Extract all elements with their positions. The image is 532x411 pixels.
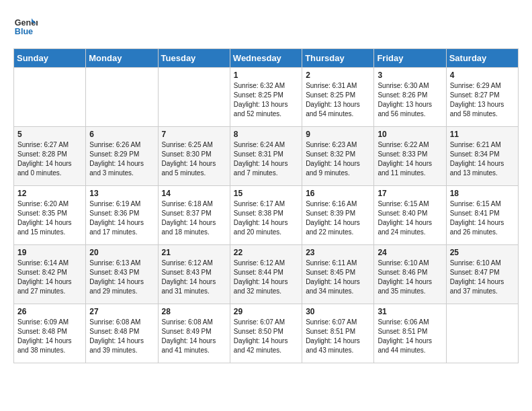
calendar-cell: 25Sunrise: 6:10 AM Sunset: 8:47 PM Dayli… (446, 245, 518, 304)
calendar-cell: 31Sunrise: 6:06 AM Sunset: 8:51 PM Dayli… (374, 304, 446, 363)
calendar-cell: 1Sunrise: 6:32 AM Sunset: 8:25 PM Daylig… (230, 68, 302, 127)
day-number: 30 (306, 307, 370, 316)
day-info: Sunrise: 6:31 AM Sunset: 8:25 PM Dayligh… (306, 81, 370, 119)
calendar-cell: 17Sunrise: 6:15 AM Sunset: 8:40 PM Dayli… (374, 186, 446, 245)
day-info: Sunrise: 6:15 AM Sunset: 8:40 PM Dayligh… (378, 199, 442, 237)
day-number: 16 (306, 189, 370, 198)
calendar-cell: 30Sunrise: 6:07 AM Sunset: 8:51 PM Dayli… (302, 304, 374, 363)
day-number: 20 (89, 248, 154, 257)
day-number: 2 (306, 71, 370, 80)
day-number: 28 (162, 307, 226, 316)
calendar-cell: 5Sunrise: 6:27 AM Sunset: 8:28 PM Daylig… (14, 127, 86, 186)
day-number: 8 (234, 130, 298, 139)
day-info: Sunrise: 6:23 AM Sunset: 8:32 PM Dayligh… (306, 140, 370, 178)
calendar-cell: 18Sunrise: 6:15 AM Sunset: 8:41 PM Dayli… (446, 186, 518, 245)
day-info: Sunrise: 6:07 AM Sunset: 8:51 PM Dayligh… (306, 318, 370, 355)
calendar-cell: 13Sunrise: 6:19 AM Sunset: 8:36 PM Dayli… (86, 186, 158, 245)
day-number: 24 (378, 248, 442, 257)
day-info: Sunrise: 6:32 AM Sunset: 8:25 PM Dayligh… (234, 81, 298, 119)
col-header-saturday: Saturday (446, 49, 518, 68)
day-number: 22 (234, 248, 298, 257)
calendar-cell (446, 304, 518, 363)
day-info: Sunrise: 6:14 AM Sunset: 8:42 PM Dayligh… (17, 259, 82, 296)
day-info: Sunrise: 6:12 AM Sunset: 8:43 PM Dayligh… (162, 259, 226, 296)
day-number: 10 (378, 130, 442, 139)
day-number: 14 (162, 189, 226, 198)
calendar-cell: 15Sunrise: 6:17 AM Sunset: 8:38 PM Dayli… (230, 186, 302, 245)
calendar-week-row: 5Sunrise: 6:27 AM Sunset: 8:28 PM Daylig… (14, 127, 519, 186)
day-info: Sunrise: 6:15 AM Sunset: 8:41 PM Dayligh… (450, 199, 515, 237)
day-number: 5 (17, 130, 82, 139)
day-number: 6 (89, 130, 154, 139)
day-info: Sunrise: 6:30 AM Sunset: 8:26 PM Dayligh… (378, 81, 442, 119)
calendar-header-row: SundayMondayTuesdayWednesdayThursdayFrid… (14, 49, 519, 68)
calendar-cell (14, 68, 86, 127)
calendar-week-row: 12Sunrise: 6:20 AM Sunset: 8:35 PM Dayli… (14, 186, 519, 245)
day-info: Sunrise: 6:16 AM Sunset: 8:39 PM Dayligh… (306, 199, 370, 237)
logo: General Blue (13, 13, 38, 38)
day-info: Sunrise: 6:08 AM Sunset: 8:48 PM Dayligh… (89, 318, 154, 355)
day-info: Sunrise: 6:08 AM Sunset: 8:49 PM Dayligh… (162, 318, 226, 355)
day-number: 15 (234, 189, 298, 198)
day-number: 29 (234, 307, 298, 316)
calendar-cell: 3Sunrise: 6:30 AM Sunset: 8:26 PM Daylig… (374, 68, 446, 127)
day-number: 21 (162, 248, 226, 257)
day-number: 23 (306, 248, 370, 257)
calendar-cell: 19Sunrise: 6:14 AM Sunset: 8:42 PM Dayli… (14, 245, 86, 304)
day-info: Sunrise: 6:13 AM Sunset: 8:43 PM Dayligh… (89, 259, 154, 296)
svg-text:Blue: Blue (15, 27, 33, 36)
day-number: 3 (378, 71, 442, 80)
day-info: Sunrise: 6:25 AM Sunset: 8:30 PM Dayligh… (162, 140, 226, 178)
day-info: Sunrise: 6:24 AM Sunset: 8:31 PM Dayligh… (234, 140, 298, 178)
day-number: 4 (450, 71, 515, 80)
day-info: Sunrise: 6:27 AM Sunset: 8:28 PM Dayligh… (17, 140, 82, 178)
day-info: Sunrise: 6:09 AM Sunset: 8:48 PM Dayligh… (17, 318, 82, 355)
page-header: General Blue (13, 13, 519, 38)
day-number: 11 (450, 130, 515, 139)
day-number: 1 (234, 71, 298, 80)
calendar-cell: 14Sunrise: 6:18 AM Sunset: 8:37 PM Dayli… (158, 186, 230, 245)
calendar-cell: 10Sunrise: 6:22 AM Sunset: 8:33 PM Dayli… (374, 127, 446, 186)
col-header-monday: Monday (86, 49, 158, 68)
day-number: 9 (306, 130, 370, 139)
calendar-cell: 9Sunrise: 6:23 AM Sunset: 8:32 PM Daylig… (302, 127, 374, 186)
calendar-cell: 2Sunrise: 6:31 AM Sunset: 8:25 PM Daylig… (302, 68, 374, 127)
col-header-sunday: Sunday (14, 49, 86, 68)
day-number: 7 (162, 130, 226, 139)
logo-icon: General Blue (13, 13, 38, 38)
calendar-cell: 23Sunrise: 6:11 AM Sunset: 8:45 PM Dayli… (302, 245, 374, 304)
calendar-cell: 28Sunrise: 6:08 AM Sunset: 8:49 PM Dayli… (158, 304, 230, 363)
calendar-cell: 26Sunrise: 6:09 AM Sunset: 8:48 PM Dayli… (14, 304, 86, 363)
day-number: 12 (17, 189, 82, 198)
day-info: Sunrise: 6:11 AM Sunset: 8:45 PM Dayligh… (306, 259, 370, 296)
day-info: Sunrise: 6:29 AM Sunset: 8:27 PM Dayligh… (450, 81, 515, 119)
col-header-wednesday: Wednesday (230, 49, 302, 68)
day-info: Sunrise: 6:10 AM Sunset: 8:46 PM Dayligh… (378, 259, 442, 296)
calendar-week-row: 1Sunrise: 6:32 AM Sunset: 8:25 PM Daylig… (14, 68, 519, 127)
calendar-cell: 11Sunrise: 6:21 AM Sunset: 8:34 PM Dayli… (446, 127, 518, 186)
day-number: 17 (378, 189, 442, 198)
day-info: Sunrise: 6:20 AM Sunset: 8:35 PM Dayligh… (17, 199, 82, 237)
day-number: 19 (17, 248, 82, 257)
calendar-cell: 4Sunrise: 6:29 AM Sunset: 8:27 PM Daylig… (446, 68, 518, 127)
calendar-cell: 6Sunrise: 6:26 AM Sunset: 8:29 PM Daylig… (86, 127, 158, 186)
calendar-cell: 20Sunrise: 6:13 AM Sunset: 8:43 PM Dayli… (86, 245, 158, 304)
calendar-cell: 27Sunrise: 6:08 AM Sunset: 8:48 PM Dayli… (86, 304, 158, 363)
calendar-cell: 12Sunrise: 6:20 AM Sunset: 8:35 PM Dayli… (14, 186, 86, 245)
day-info: Sunrise: 6:12 AM Sunset: 8:44 PM Dayligh… (234, 259, 298, 296)
day-info: Sunrise: 6:19 AM Sunset: 8:36 PM Dayligh… (89, 199, 154, 237)
day-info: Sunrise: 6:18 AM Sunset: 8:37 PM Dayligh… (162, 199, 226, 237)
day-info: Sunrise: 6:21 AM Sunset: 8:34 PM Dayligh… (450, 140, 515, 178)
col-header-tuesday: Tuesday (158, 49, 230, 68)
calendar-cell: 7Sunrise: 6:25 AM Sunset: 8:30 PM Daylig… (158, 127, 230, 186)
calendar-week-row: 26Sunrise: 6:09 AM Sunset: 8:48 PM Dayli… (14, 304, 519, 363)
calendar-cell (86, 68, 158, 127)
day-number: 18 (450, 189, 515, 198)
day-number: 26 (17, 307, 82, 316)
day-info: Sunrise: 6:17 AM Sunset: 8:38 PM Dayligh… (234, 199, 298, 237)
calendar-cell (158, 68, 230, 127)
calendar-cell: 29Sunrise: 6:07 AM Sunset: 8:50 PM Dayli… (230, 304, 302, 363)
day-info: Sunrise: 6:26 AM Sunset: 8:29 PM Dayligh… (89, 140, 154, 178)
day-info: Sunrise: 6:22 AM Sunset: 8:33 PM Dayligh… (378, 140, 442, 178)
calendar-cell: 21Sunrise: 6:12 AM Sunset: 8:43 PM Dayli… (158, 245, 230, 304)
